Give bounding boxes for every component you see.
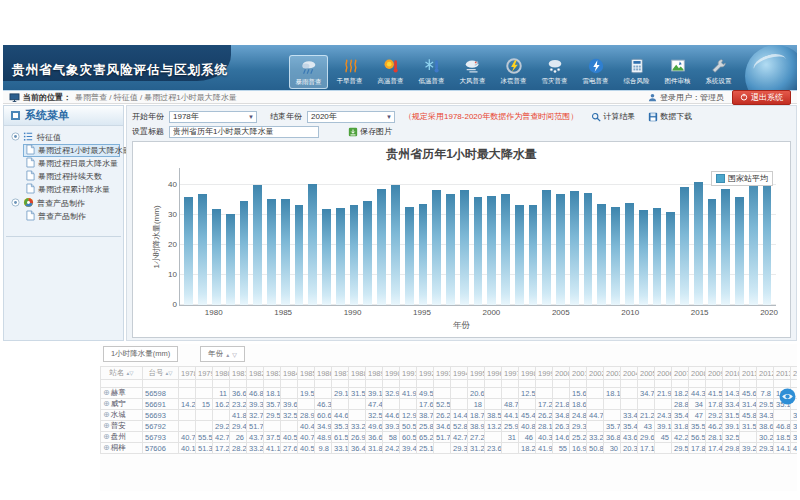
breadcrumb-path[interactable]: 暴雨普查 / 特征值 / 暴雨过程1小时最大降水量 [75,92,237,103]
col-header-year[interactable]: 1990 [383,367,400,380]
tree-leaf[interactable]: 暴雨过程累计降水量 [23,183,120,196]
col-header-year[interactable]: 1978 [179,367,196,380]
col-header-year[interactable]: 2013 [774,367,791,380]
col-header-year[interactable]: 1980 [213,367,230,380]
col-header-id[interactable]: 台号 ▴▽ [143,367,179,380]
value-cell [451,399,468,410]
tree-leaf[interactable]: 暴雨过程持续天数 [23,170,120,183]
col-header-year[interactable]: 2009 [706,367,723,380]
col-header-year[interactable]: 2006 [655,367,672,380]
end-year-select[interactable]: 2020年 ▼ [307,111,395,123]
tree-leaf[interactable]: 普查产品制作 [23,210,120,223]
bar-2010 [623,168,637,305]
col-header-year[interactable]: 1999 [536,367,553,380]
bar-1981 [223,168,237,305]
legend-label: 国家站平均 [728,173,768,184]
expand-row-icon[interactable]: ⊕ [103,388,110,397]
col-header-year[interactable]: 2004 [621,367,638,380]
chart-title-input[interactable] [169,126,319,138]
col-header-year[interactable]: 2014 [791,367,798,380]
value-cell: 26.2 [536,410,553,421]
expander-icon[interactable] [11,132,20,143]
column-field-box[interactable]: 年份 ▴ ▽ [200,346,245,362]
logout-button[interactable]: 退出系统 [732,90,791,105]
col-header-year[interactable]: 2001 [570,367,587,380]
nav-item-heat[interactable]: 高温普查 [371,55,410,89]
col-header-year[interactable]: 1979 [196,367,213,380]
expand-row-icon[interactable]: ⊕ [103,421,110,430]
col-header-year[interactable]: 1989 [366,367,383,380]
col-header-year[interactable]: 1998 [519,367,536,380]
col-header-year[interactable]: 1982 [247,367,264,380]
list-icon [23,131,34,144]
col-header-year[interactable]: 2012 [757,367,774,380]
value-cell: 40.3 [536,432,553,443]
col-header-year[interactable]: 1987 [332,367,349,380]
nav-item-drought[interactable]: 干旱普查 [330,55,369,89]
tree-node-0[interactable]: 特征值 [7,131,120,144]
tree-node-1[interactable]: 普查产品制作 [7,197,120,210]
value-cell: 49.5 [417,388,434,399]
nav-item-hail[interactable]: 冰雹普查 [494,55,533,89]
filter-icon[interactable]: ▽ [232,351,237,358]
data-download-button[interactable]: 数据下载 [648,111,692,122]
calc-result-button[interactable]: 计算结果 [591,111,635,122]
col-header-year[interactable]: 2005 [638,367,655,380]
value-cell: 31.5 [723,410,740,421]
col-header-year[interactable]: 2000 [553,367,570,380]
col-header-year[interactable]: 1991 [400,367,417,380]
nav-item-review[interactable]: 图件审核 [658,55,697,89]
start-year-select[interactable]: 1978年 ▼ [169,111,257,123]
save-image-button[interactable]: 保存图片 [348,126,392,137]
nav-item-lowtemp[interactable]: 低温普查 [412,55,451,89]
col-header-year[interactable]: 2003 [604,367,621,380]
measure-field-box[interactable]: 1小时降水量(mm) [103,346,178,362]
expand-row-icon[interactable]: ⊕ [103,410,110,419]
col-header-year[interactable]: 1992 [417,367,434,380]
col-header-year[interactable]: 2007 [672,367,689,380]
bar-rect [542,190,551,305]
nav-item-rainstorm[interactable]: 暴雨普查 [289,55,328,89]
col-header-year[interactable]: 1995 [468,367,485,380]
filter-icon[interactable]: ▽ [168,370,172,376]
floating-assistant-icon[interactable] [779,388,796,405]
col-header-year[interactable]: 1988 [349,367,366,380]
nav-item-snow[interactable]: 雪灾普查 [535,55,574,89]
value-cell: 55 [553,443,570,454]
col-header-year[interactable]: 1994 [451,367,468,380]
col-header-year[interactable]: 2010 [723,367,740,380]
filter-icon[interactable]: ▽ [129,370,133,376]
app-title: 贵州省气象灾害风险评估与区划系统 [12,62,228,79]
col-header-year[interactable]: 1996 [485,367,502,380]
col-header-year[interactable]: 1984 [281,367,298,380]
nav-item-settings[interactable]: 系统设置 [699,55,738,89]
col-header-year[interactable]: 1997 [502,367,519,380]
expander-icon[interactable] [11,198,20,209]
nav-item-risk[interactable]: 综合风险 [617,55,656,89]
col-header-year[interactable]: 2008 [689,367,706,380]
col-header-name[interactable]: 站名 ▴▽ [101,367,143,380]
tree-leaf[interactable]: 暴雨过程1小时最大降水量 [23,144,120,157]
col-header-year[interactable]: 2002 [587,367,604,380]
col-header-year[interactable]: 1993 [434,367,451,380]
value-cell: 29.6 [638,432,655,443]
nav-item-wind[interactable]: 大风普查 [453,55,492,89]
expand-row-icon[interactable]: ⊕ [103,443,110,452]
user-icon [648,93,657,102]
col-header-year[interactable]: 1983 [264,367,281,380]
col-header-year[interactable]: 2011 [740,367,757,380]
pivot-controls: 1小时降水量(mm) 年份 ▴ ▽ [100,344,797,366]
sort-asc-icon[interactable]: ▴ [226,351,229,358]
expand-row-icon[interactable]: ⊕ [103,432,110,441]
tree-leaf[interactable]: 暴雨过程日最大降水量 [23,157,120,170]
col-header-year[interactable]: 1985 [298,367,315,380]
value-cell: 15.6 [570,388,587,399]
top-nav: 暴雨普查干旱普查高温普查低温普查大风普查冰雹普查雪灾普查雷电普查综合风险图件审核… [288,55,739,89]
nav-item-thunder[interactable]: 雷电普查 [576,55,615,89]
col-header-year[interactable]: 1981 [230,367,247,380]
value-cell: 31.5 [740,421,757,432]
col-header-year[interactable]: 1986 [315,367,332,380]
expand-row-icon[interactable]: ⊕ [103,399,110,408]
value-cell [349,410,366,421]
value-cell: 14.4 [451,410,468,421]
